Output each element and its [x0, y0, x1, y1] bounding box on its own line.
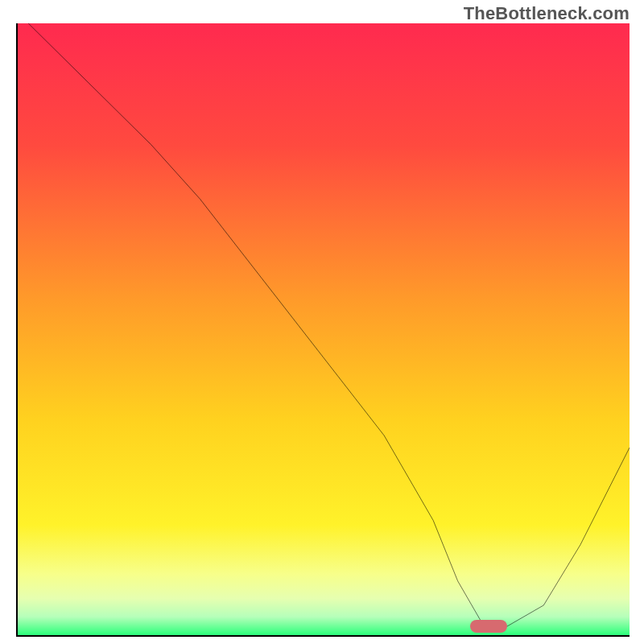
- watermark-text: TheBottleneck.com: [464, 3, 630, 24]
- chart-container: TheBottleneck.com: [0, 0, 644, 644]
- plot-area: [16, 23, 630, 630]
- optimal-marker: [470, 620, 507, 633]
- bottleneck-curve: [16, 23, 630, 630]
